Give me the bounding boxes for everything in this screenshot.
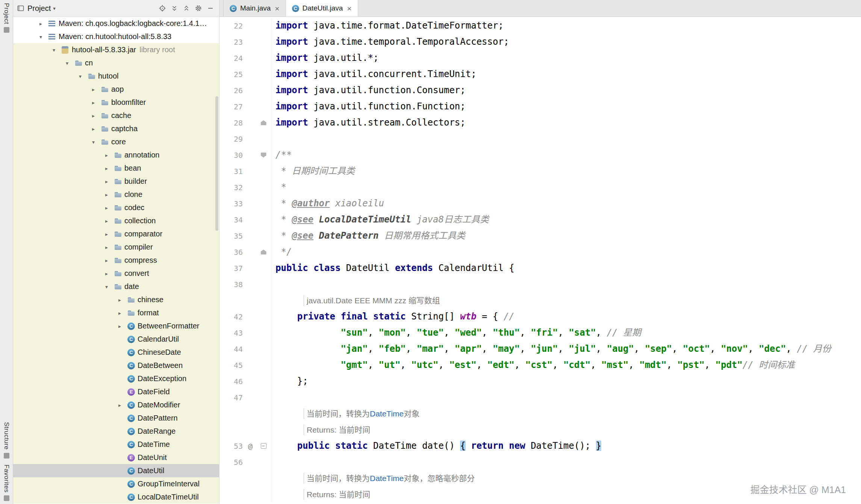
tree-item-dateunit[interactable]: EDateUnit bbox=[13, 451, 219, 464]
tree-item-maven-ch-qos-logback-logback-core-1-4-1[interactable]: ▸Maven: ch.qos.logback:logback-core:1.4.… bbox=[13, 17, 219, 30]
fold-toggle-icon[interactable] bbox=[258, 153, 269, 157]
tree-item-daterange[interactable]: CDateRange bbox=[13, 425, 219, 438]
chevron-right-icon[interactable]: ▸ bbox=[118, 402, 127, 408]
tree-item-cache[interactable]: ▸cache bbox=[13, 109, 219, 122]
code-line-text[interactable]: import java.time.format.DateTimeFormatte… bbox=[271, 18, 861, 34]
locate-file-icon[interactable] bbox=[157, 3, 167, 13]
code-line-text[interactable]: }; bbox=[271, 373, 861, 389]
tree-item-codec[interactable]: ▸codec bbox=[13, 201, 219, 214]
chevron-right-icon[interactable]: ▸ bbox=[92, 86, 101, 92]
code-line-text[interactable]: import java.util.concurrent.TimeUnit; bbox=[271, 66, 861, 82]
tree-item-hutool-all-5-8-33-jar[interactable]: ▾hutool-all-5.8.33.jarlibrary root bbox=[13, 43, 219, 56]
chevron-right-icon[interactable]: ▸ bbox=[118, 310, 127, 316]
chevron-right-icon[interactable]: ▸ bbox=[39, 21, 48, 27]
tool-window-button-favorites[interactable]: Favorites bbox=[3, 462, 10, 504]
code-line-text[interactable]: import java.time.temporal.TemporalAccess… bbox=[271, 34, 861, 50]
tree-item-datetime[interactable]: CDateTime bbox=[13, 438, 219, 451]
tree-item-builder[interactable]: ▸builder bbox=[13, 175, 219, 188]
code-line-text[interactable]: "gmt", "ut", "utc", "est", "edt", "cst",… bbox=[271, 357, 861, 373]
code-line-text[interactable]: /** bbox=[271, 147, 861, 163]
chevron-down-icon[interactable]: ▾ bbox=[79, 73, 88, 79]
tree-item-maven-cn-hutool-hutool-all-5-8-33[interactable]: ▾Maven: cn.hutool:hutool-all:5.8.33 bbox=[13, 30, 219, 43]
chevron-right-icon[interactable]: ▸ bbox=[105, 218, 114, 224]
tree-item-annotation[interactable]: ▸annotation bbox=[13, 148, 219, 162]
close-icon[interactable]: × bbox=[275, 5, 279, 12]
collapse-all-icon[interactable] bbox=[182, 3, 191, 13]
chevron-down-icon[interactable]: ▾ bbox=[53, 6, 56, 11]
code-line-text[interactable]: "sun", "mon", "tue", "wed", "thu", "fri"… bbox=[271, 325, 861, 341]
tree-item-clone[interactable]: ▸clone bbox=[13, 188, 219, 201]
code-line-text[interactable] bbox=[271, 454, 861, 470]
tree-item-bean[interactable]: ▸bean bbox=[13, 162, 219, 175]
expand-all-icon[interactable] bbox=[169, 3, 179, 13]
tree-item-aop[interactable]: ▸aop bbox=[13, 83, 219, 96]
chevron-right-icon[interactable]: ▸ bbox=[105, 192, 114, 198]
tree-item-datemodifier[interactable]: ▸CDateModifier bbox=[13, 398, 219, 412]
code-line-text[interactable]: import java.util.*; bbox=[271, 50, 861, 66]
scrollbar-thumb[interactable] bbox=[215, 96, 218, 231]
tree-item-collection[interactable]: ▸collection bbox=[13, 214, 219, 227]
code-line-text[interactable]: import java.util.stream.Collectors; bbox=[271, 115, 861, 131]
tree-item-dateutil[interactable]: CDateUtil bbox=[13, 464, 219, 477]
chevron-right-icon[interactable]: ▸ bbox=[92, 100, 101, 106]
tool-window-button-structure[interactable]: Structure bbox=[3, 419, 10, 461]
tree-item-datebetween[interactable]: CDateBetween bbox=[13, 359, 219, 372]
code-line-text[interactable]: */ bbox=[271, 244, 861, 260]
chevron-right-icon[interactable]: ▸ bbox=[105, 205, 114, 211]
code-line-text[interactable]: 当前时间，转换为DateTime对象 bbox=[271, 406, 861, 422]
chevron-down-icon[interactable]: ▾ bbox=[66, 60, 75, 66]
chevron-right-icon[interactable]: ▸ bbox=[105, 257, 114, 263]
code-line-text[interactable] bbox=[271, 389, 861, 406]
tree-item-hutool[interactable]: ▾hutool bbox=[13, 70, 219, 83]
tree-item-calendarutil[interactable]: CCalendarUtil bbox=[13, 333, 219, 346]
chevron-right-icon[interactable]: ▸ bbox=[118, 323, 127, 329]
code-line-text[interactable]: * @see LocalDateTimeUtil java8日志工具类 bbox=[271, 212, 861, 228]
tree-item-dateexception[interactable]: CDateException bbox=[13, 372, 219, 385]
settings-gear-icon[interactable] bbox=[194, 3, 203, 13]
tree-item-convert[interactable]: ▸convert bbox=[13, 267, 219, 280]
tree-item-cn[interactable]: ▾cn bbox=[13, 56, 219, 70]
chevron-down-icon[interactable]: ▾ bbox=[105, 284, 114, 290]
code-line-text[interactable]: "jan", "feb", "mar", "apr", "may", "jun"… bbox=[271, 341, 861, 357]
tree-item-compress[interactable]: ▸compress bbox=[13, 254, 219, 267]
tree-item-grouptimeinterval[interactable]: CGroupTimeInterval bbox=[13, 477, 219, 490]
code-line-text[interactable]: public class DateUtil extends CalendarUt… bbox=[271, 260, 861, 276]
tree-item-betweenformatter[interactable]: ▸CBetweenFormatter bbox=[13, 319, 219, 333]
chevron-right-icon[interactable]: ▸ bbox=[105, 165, 114, 171]
chevron-right-icon[interactable]: ▸ bbox=[105, 179, 114, 185]
tree-item-localdatetimeutil[interactable]: CLocalDateTimeUtil bbox=[13, 490, 219, 504]
chevron-right-icon[interactable]: ▸ bbox=[105, 244, 114, 250]
code-line-text[interactable]: java.util.Date EEE MMM zzz 缩写数组 bbox=[271, 292, 861, 309]
code-line-text[interactable]: private final static String[] wtb = { // bbox=[271, 309, 861, 325]
tree-item-bloomfilter[interactable]: ▸bloomfilter bbox=[13, 96, 219, 109]
chevron-down-icon[interactable]: ▾ bbox=[53, 47, 62, 53]
code-line-text[interactable] bbox=[271, 131, 861, 147]
chevron-right-icon[interactable]: ▸ bbox=[92, 113, 101, 119]
chevron-right-icon[interactable]: ▸ bbox=[92, 126, 101, 132]
code-line-text[interactable]: * @see DatePattern 日期常用格式工具类 bbox=[271, 228, 861, 244]
chevron-right-icon[interactable]: ▸ bbox=[105, 152, 114, 158]
fold-toggle-icon[interactable] bbox=[258, 250, 269, 254]
tab-dateutil-java[interactable]: CDateUtil.java× bbox=[286, 0, 358, 17]
chevron-right-icon[interactable]: ▸ bbox=[118, 297, 127, 303]
code-line-text[interactable]: Returns: 当前时间 bbox=[271, 422, 861, 438]
code-line-text[interactable]: import java.util.function.Consumer; bbox=[271, 82, 861, 98]
tree-item-datepattern[interactable]: CDatePattern bbox=[13, 412, 219, 425]
tree-item-chinese[interactable]: ▸chinese bbox=[13, 293, 219, 306]
chevron-down-icon[interactable]: ▾ bbox=[92, 139, 101, 145]
project-panel-title[interactable]: Project bbox=[27, 4, 51, 13]
editor-content[interactable]: 22import java.time.format.DateTimeFormat… bbox=[219, 17, 861, 504]
code-line-text[interactable]: * bbox=[271, 179, 861, 195]
chevron-right-icon[interactable]: ▸ bbox=[105, 271, 114, 277]
tree-item-core[interactable]: ▾core bbox=[13, 135, 219, 148]
code-line-text[interactable]: import java.util.function.Function; bbox=[271, 98, 861, 115]
hide-panel-icon[interactable] bbox=[206, 3, 215, 13]
tree-item-compiler[interactable]: ▸compiler bbox=[13, 241, 219, 254]
fold-toggle-icon[interactable] bbox=[258, 443, 269, 449]
code-line-text[interactable] bbox=[271, 276, 861, 292]
tab-main-java[interactable]: CMain.java× bbox=[223, 0, 286, 17]
tree-item-captcha[interactable]: ▸captcha bbox=[13, 122, 219, 135]
close-icon[interactable]: × bbox=[347, 5, 351, 12]
code-line-text[interactable]: * 日期时间工具类 bbox=[271, 163, 861, 179]
chevron-right-icon[interactable]: ▸ bbox=[105, 231, 114, 237]
